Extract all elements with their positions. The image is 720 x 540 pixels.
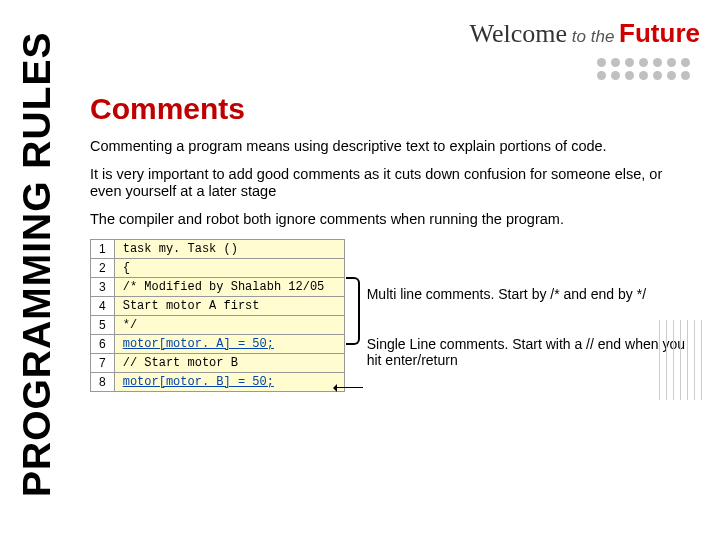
code-cell: /* Modified by Shalabh 12/05 — [114, 277, 344, 296]
paragraph-2: It is very important to add good comment… — [90, 166, 690, 201]
line-number: 7 — [91, 353, 115, 372]
vertical-title: PROGRAMMING RULES — [15, 37, 59, 497]
line-number: 5 — [91, 315, 115, 334]
annotation-column: Multi line comments. Start by /* and end… — [345, 239, 690, 392]
welcome-text: Welcome — [470, 19, 568, 48]
code-table: 1task my. Task () 2{ 3/* Modified by Sha… — [90, 239, 345, 392]
code-with-annotations: 1task my. Task () 2{ 3/* Modified by Sha… — [90, 239, 690, 392]
arrow-icon — [335, 387, 363, 388]
line-number: 4 — [91, 296, 115, 315]
code-row: 1task my. Task () — [91, 239, 345, 258]
code-row: 7// Start motor B — [91, 353, 345, 372]
code-row: 4Start motor A first — [91, 296, 345, 315]
header: Welcome to the Future — [470, 18, 700, 49]
code-cell: { — [114, 258, 344, 277]
paragraph-3: The compiler and robot both ignore comme… — [90, 211, 690, 229]
paragraph-1: Commenting a program means using descrip… — [90, 138, 690, 156]
code-row: 3/* Modified by Shalabh 12/05 — [91, 277, 345, 296]
decorative-dot-grid — [594, 56, 692, 82]
code-cell: task my. Task () — [114, 239, 344, 258]
brace-icon — [346, 277, 360, 345]
annotation-singleline: Single Line comments. Start with a // en… — [367, 336, 690, 368]
line-number: 2 — [91, 258, 115, 277]
line-number: 1 — [91, 239, 115, 258]
code-cell: // Start motor B — [114, 353, 344, 372]
code-row: 6motor[motor. A] = 50; — [91, 334, 345, 353]
code-cell: motor[motor. B] = 50; — [114, 372, 344, 391]
welcome-to-text: to the — [567, 27, 619, 46]
code-row: 2{ — [91, 258, 345, 277]
content-area: Comments Commenting a program means usin… — [90, 92, 690, 392]
line-number: 3 — [91, 277, 115, 296]
code-row: 8motor[motor. B] = 50; — [91, 372, 345, 391]
decorative-vertical-lines — [659, 320, 702, 400]
page-title: Comments — [90, 92, 690, 126]
code-cell: */ — [114, 315, 344, 334]
line-number: 8 — [91, 372, 115, 391]
line-number: 6 — [91, 334, 115, 353]
code-row: 5*/ — [91, 315, 345, 334]
code-cell: motor[motor. A] = 50; — [114, 334, 344, 353]
code-cell: Start motor A first — [114, 296, 344, 315]
annotation-multiline: Multi line comments. Start by /* and end… — [367, 286, 690, 302]
future-text: Future — [619, 18, 700, 48]
